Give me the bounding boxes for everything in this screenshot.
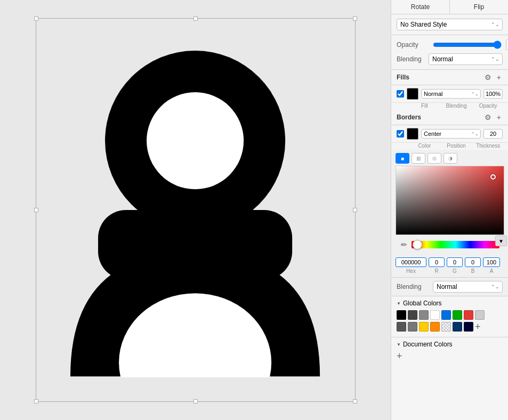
border-thickness-label: Thickness xyxy=(473,143,503,149)
flip-button[interactable]: Flip xyxy=(450,0,508,14)
document-colors-header[interactable]: ▼ Document Colors xyxy=(397,341,503,348)
shared-style-wrapper[interactable]: No Shared Style xyxy=(397,19,503,30)
blending-select[interactable]: Normal xyxy=(429,53,503,65)
border-checkbox[interactable] xyxy=(397,130,404,138)
g-label: G xyxy=(453,268,457,274)
border-position-wrapper[interactable]: Center xyxy=(421,129,481,139)
handle-middle-left[interactable] xyxy=(34,208,38,212)
handle-top-right[interactable] xyxy=(353,17,357,21)
fills-settings-btn[interactable]: ⚙ xyxy=(483,73,493,82)
color-swatch-mid-gray[interactable] xyxy=(419,310,429,320)
opacity-section: Opacity Blending Normal xyxy=(391,35,508,70)
blending-row-main: Blending Normal xyxy=(397,53,503,65)
r-input[interactable] xyxy=(429,257,445,267)
color-swatch-orange[interactable] xyxy=(430,322,440,332)
selection-box[interactable] xyxy=(36,18,356,402)
color-spectrum[interactable] xyxy=(396,166,504,235)
add-document-color-btn[interactable]: + xyxy=(397,351,402,361)
opacity-slider[interactable] xyxy=(433,41,502,49)
hue-slider[interactable] xyxy=(412,241,499,248)
color-swatch-yellow[interactable] xyxy=(419,322,429,332)
right-panel: Rotate Flip No Shared Style Opacity Blen… xyxy=(391,0,508,420)
fill-color-swatch[interactable] xyxy=(407,88,418,100)
a-input[interactable] xyxy=(483,257,500,267)
color-swatch-gray3[interactable] xyxy=(408,322,417,332)
shared-style-section: No Shared Style xyxy=(391,14,508,35)
rotate-flip-bar: Rotate Flip xyxy=(391,0,508,14)
color-swatch-blue[interactable] xyxy=(441,310,451,320)
color-tab-linear[interactable]: ▥ xyxy=(412,153,425,164)
document-colors-triangle: ▼ xyxy=(397,342,401,347)
border-position-label: Position xyxy=(442,143,471,149)
color-picker-section: ■ ▥ ◎ ◑ ✏ xyxy=(391,150,508,296)
borders-settings-btn[interactable]: ⚙ xyxy=(483,113,493,122)
color-values-row: Hex R G B A xyxy=(391,254,508,277)
color-tab-radial[interactable]: ◎ xyxy=(428,153,441,164)
opacity-row: Opacity xyxy=(397,39,503,50)
color-swatch-red[interactable] xyxy=(464,310,473,320)
global-colors-title: Global Colors xyxy=(403,300,442,307)
fill-blending-label: Blending xyxy=(442,103,471,109)
handle-top-center[interactable] xyxy=(193,17,198,21)
b-input[interactable] xyxy=(465,257,481,267)
color-spectrum-wrapper[interactable] xyxy=(396,166,504,235)
b-group: B xyxy=(465,257,481,274)
handle-bottom-right[interactable] xyxy=(353,399,357,403)
blending-select-wrapper[interactable]: Normal xyxy=(429,53,503,65)
hue-track xyxy=(412,241,499,248)
g-input[interactable] xyxy=(447,257,463,267)
add-global-color-btn[interactable]: + xyxy=(475,322,481,332)
fill-row: Normal xyxy=(391,85,508,103)
fill-checkbox[interactable] xyxy=(397,90,404,98)
hue-slider-wrapper: ✏ ▼ xyxy=(396,237,504,252)
color-tab-solid[interactable]: ■ xyxy=(396,153,409,164)
hue-thumb xyxy=(413,240,422,249)
color-swatch-transparent[interactable] xyxy=(441,322,451,332)
handle-middle-right[interactable] xyxy=(353,208,357,212)
fills-add-btn[interactable]: + xyxy=(495,73,503,82)
fill-blend-select[interactable]: Normal xyxy=(421,89,481,99)
rotate-button[interactable]: Rotate xyxy=(391,0,450,14)
hex-label: Hex xyxy=(406,268,416,274)
color-swatch-green[interactable] xyxy=(453,310,462,320)
borders-header: Borders ⚙ + xyxy=(391,110,508,125)
borders-title: Borders xyxy=(397,114,421,121)
color-swatch-white[interactable] xyxy=(430,310,440,320)
opacity-input[interactable] xyxy=(506,39,508,50)
color-tab-angular[interactable]: ◑ xyxy=(444,153,457,164)
opacity-label: Opacity xyxy=(397,41,429,49)
handle-top-left[interactable] xyxy=(34,17,38,21)
fill-opacity-input[interactable] xyxy=(483,89,503,99)
color-swatch-gray2[interactable] xyxy=(397,322,406,332)
a-group: A xyxy=(483,257,500,274)
borders-add-btn[interactable]: + xyxy=(495,113,503,122)
document-colors-section: ▼ Document Colors + xyxy=(391,337,508,364)
handle-bottom-center[interactable] xyxy=(193,399,198,403)
fill-blend-select-wrapper[interactable]: Normal xyxy=(421,89,481,99)
eyedropper-btn[interactable]: ✏ xyxy=(400,239,408,250)
svg-rect-2 xyxy=(98,210,292,279)
border-thickness-input[interactable] xyxy=(483,129,503,139)
svg-point-1 xyxy=(147,92,244,189)
color-swatch-navy[interactable] xyxy=(453,322,462,332)
fill-labels: Fill Blending Opacity xyxy=(391,103,508,110)
border-labels: Color Position Thickness xyxy=(391,143,508,150)
global-colors-header[interactable]: ▼ Global Colors xyxy=(397,300,503,307)
color-swatch-dark-navy[interactable] xyxy=(464,322,473,332)
color-swatch-black[interactable] xyxy=(397,310,406,320)
blending-picker-select[interactable]: Normal xyxy=(433,281,503,293)
color-mode-tabs: ■ ▥ ◎ ◑ xyxy=(391,150,508,166)
blending-picker-wrapper[interactable]: Normal xyxy=(433,281,503,293)
global-colors-section: ▼ Global Colors + xyxy=(391,296,508,337)
color-swatch-dark-gray[interactable] xyxy=(408,310,417,320)
hue-arrow-btn[interactable]: ▼ xyxy=(495,236,507,246)
border-position-select[interactable]: Center xyxy=(421,129,481,139)
blending-picker-row: Blending Normal xyxy=(391,277,508,296)
handle-bottom-left[interactable] xyxy=(34,399,38,403)
border-row: Center xyxy=(391,125,508,143)
color-swatch-light-gray[interactable] xyxy=(475,310,485,320)
border-color-swatch[interactable] xyxy=(407,128,418,140)
shared-style-select[interactable]: No Shared Style xyxy=(397,19,503,30)
g-group: G xyxy=(447,257,463,274)
hex-input[interactable] xyxy=(396,257,426,267)
